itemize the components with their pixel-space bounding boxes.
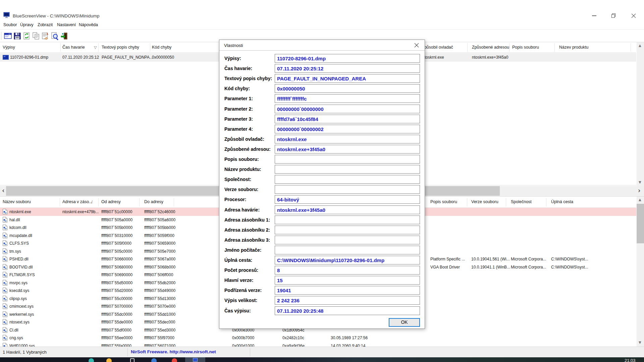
properties-icon[interactable]: 1 bbox=[42, 32, 50, 40]
driver-cell-from: fffff807`55fa0000 bbox=[101, 344, 131, 347]
white-square-app-icon[interactable] bbox=[130, 358, 135, 362]
driver-cell-to: fffff807`52c46000 bbox=[144, 209, 175, 214]
dialog-field-input[interactable]: 0x00000050 bbox=[275, 84, 420, 93]
header-separator bbox=[631, 43, 631, 52]
dialog-field-input[interactable]: 64-bitový bbox=[275, 195, 420, 204]
dialog-field-input[interactable] bbox=[275, 155, 420, 164]
dialog-field-input[interactable]: 19041 bbox=[275, 286, 420, 295]
dialog-field-input[interactable]: ntoskrnl.exe+3f45a0 bbox=[275, 205, 420, 214]
driver-row[interactable]: Wdf01000.sysfffff807`55fa0000fffff807`56… bbox=[0, 342, 636, 347]
dialog-field-value: 00000000`00000002 bbox=[277, 126, 323, 132]
col-header[interactable]: Verze souboru bbox=[471, 199, 498, 204]
driver-cell-comp: Microsoft Corpora... bbox=[511, 257, 546, 261]
lower-vertical-scrollbar[interactable]: ▲ ▼ bbox=[637, 196, 644, 347]
dialog-field-input[interactable]: 2 242 236 bbox=[275, 296, 420, 305]
driver-cell-crc: 0xa9a9d36e bbox=[282, 344, 305, 347]
dialog-field-input[interactable]: 00000000`00000000 bbox=[275, 105, 420, 113]
driver-file-icon bbox=[3, 311, 7, 318]
ok-button[interactable]: OK bbox=[389, 318, 420, 327]
dialog-field-input[interactable]: PAGE_FAULT_IN_NONPAGED_AREA bbox=[275, 74, 420, 83]
taskbar-active-app[interactable] bbox=[185, 357, 205, 362]
col-header[interactable]: Textový popis chyby bbox=[102, 45, 139, 50]
dialog-field-label: Procesor: bbox=[224, 197, 246, 202]
driver-cell-name: FLTMGR.SYS bbox=[9, 273, 35, 277]
dialog-field-input[interactable] bbox=[275, 216, 420, 224]
find-icon[interactable] bbox=[51, 32, 59, 40]
scroll-left-icon[interactable]: ‹ bbox=[2, 187, 5, 194]
dialog-field-input[interactable]: ffffd7a6`10c45f84 bbox=[275, 115, 420, 123]
yellow-app-icon[interactable] bbox=[106, 358, 112, 362]
dialog-field-input[interactable]: ntoskrnl.exe bbox=[275, 135, 420, 143]
dialog-field-value: 07.11.2020 20:25:48 bbox=[277, 308, 323, 314]
col-header[interactable]: Společnost bbox=[511, 199, 532, 204]
dialog-field-input[interactable] bbox=[275, 246, 420, 254]
col-header[interactable]: Způsobil ovladač bbox=[422, 45, 453, 50]
dialog-close-icon[interactable] bbox=[414, 43, 419, 48]
dialog-field-input[interactable]: 15 bbox=[275, 276, 420, 285]
col-header[interactable]: Kód chyby bbox=[152, 45, 171, 50]
driver-file-icon bbox=[3, 209, 7, 216]
close-button[interactable] bbox=[626, 11, 641, 20]
dialog-field-input[interactable] bbox=[275, 175, 420, 184]
dialog-field-input[interactable]: C:\WINDOWS\Minidump\110720-8296-01.dmp bbox=[275, 256, 420, 264]
crash-cell-crash_time: 07.11.2020 20:25:12 bbox=[62, 55, 99, 60]
exit-icon[interactable] bbox=[60, 32, 68, 40]
vscroll-thumb[interactable] bbox=[637, 204, 644, 243]
col-header[interactable]: Adresa v záso... bbox=[62, 199, 93, 204]
save-icon[interactable] bbox=[13, 32, 21, 40]
dialog-field-value: ffffd7a6`10c45f84 bbox=[277, 116, 318, 122]
menu-nastaveni[interactable]: Nastavení bbox=[57, 22, 76, 27]
status-nirsoft-link[interactable]: NirSoft Freeware. http://www.nirsoft.net bbox=[131, 349, 216, 354]
driver-file-icon bbox=[3, 272, 7, 279]
col-header[interactable]: Popis souboru bbox=[430, 199, 457, 204]
dialog-field-input[interactable]: 07.11.2020 20:25:12 bbox=[275, 64, 420, 73]
col-header[interactable]: Od adresy bbox=[101, 199, 121, 204]
driver-file-icon bbox=[3, 288, 7, 295]
dialog-field-input[interactable]: ffffffff`fffffffc bbox=[275, 94, 420, 103]
dialog-field-input[interactable] bbox=[275, 165, 420, 174]
upper-vertical-scrollbar[interactable]: ▲ ▼ bbox=[637, 42, 644, 186]
col-header[interactable]: Čas havarie bbox=[62, 45, 85, 50]
driver-cell-size: 0x000b7000 bbox=[232, 336, 254, 340]
header-separator bbox=[60, 43, 61, 52]
col-header[interactable]: Do adresy bbox=[144, 199, 163, 204]
dialog-field-label: Adresa zásobníku 3: bbox=[224, 237, 270, 243]
col-header[interactable]: Výpisy bbox=[3, 45, 15, 50]
driver-row[interactable]: cng.sysfffff807`55ee0000fffff807`55f9700… bbox=[0, 334, 636, 342]
dialog-field-input[interactable] bbox=[275, 236, 420, 244]
dialog-field-input[interactable]: 07.11.2020 20:25:48 bbox=[275, 306, 420, 315]
dialog-field-input[interactable]: 00000000`00000002 bbox=[275, 125, 420, 133]
refresh-icon[interactable] bbox=[23, 32, 31, 40]
teal-circle-app-icon[interactable] bbox=[89, 358, 94, 362]
blue-app-icon[interactable] bbox=[151, 358, 157, 362]
restore-button[interactable] bbox=[606, 11, 621, 20]
dialog-field-input[interactable]: 110720-8296-01.dmp bbox=[275, 54, 420, 63]
driver-cell-to: fffff807`55dec000 bbox=[144, 320, 175, 324]
dialog-field-input[interactable]: ntoskrnl.exe+3f45a0 bbox=[275, 145, 420, 154]
driver-cell-name: msrpc.sys bbox=[9, 281, 28, 285]
col-header[interactable]: Popis souboru bbox=[512, 45, 539, 50]
driver-cell-name: BOOTVID.dll bbox=[9, 265, 33, 269]
scroll-right-icon[interactable]: › bbox=[638, 187, 641, 194]
menu-zobrazit[interactable]: Zobrazit bbox=[38, 22, 53, 27]
header-separator bbox=[546, 198, 546, 206]
driver-file-icon bbox=[3, 225, 7, 232]
driver-cell-desc: VGA Boot Driver bbox=[430, 265, 460, 269]
report-view-icon[interactable] bbox=[4, 32, 12, 40]
minimize-button[interactable] bbox=[586, 11, 602, 20]
driver-cell-to: fffff807`5067a000 bbox=[144, 257, 175, 261]
dialog-field-value: 110720-8296-01.dmp bbox=[277, 56, 326, 61]
menu-napoveda[interactable]: Nápověda bbox=[79, 22, 98, 27]
copy-icon[interactable] bbox=[32, 32, 40, 40]
col-header[interactable]: Úplná cesta bbox=[551, 199, 573, 204]
crash-cell-caused_by_address: ntoskrnl.exe+3f45a0 bbox=[472, 55, 508, 60]
col-header[interactable]: Název souboru bbox=[3, 199, 31, 204]
dialog-field-input[interactable] bbox=[275, 185, 420, 194]
red-circle-app-icon[interactable] bbox=[172, 358, 177, 362]
col-header[interactable]: Název produktu bbox=[559, 45, 589, 50]
dialog-field-input[interactable]: 8 bbox=[275, 266, 420, 275]
menu-soubor[interactable]: Soubor bbox=[3, 22, 17, 27]
dialog-field-input[interactable] bbox=[275, 226, 420, 234]
menu-upravy[interactable]: Úpravy bbox=[20, 22, 34, 27]
col-header[interactable]: Způsobené adresou bbox=[472, 45, 509, 50]
